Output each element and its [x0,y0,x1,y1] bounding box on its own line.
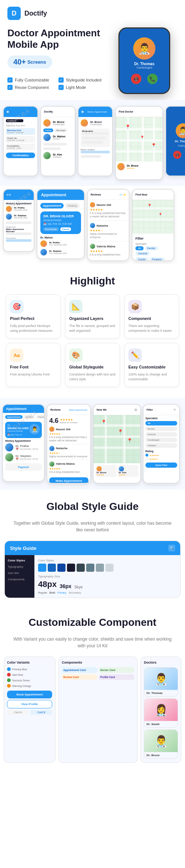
swatch-gray-light [96,564,104,572]
component-icon: 📦 [128,300,142,313]
font-sample-1: Regular [38,591,47,594]
check-icon: ✓ [58,85,64,90]
sg-icon-1[interactable]: 🔍 [168,545,175,551]
screens-badge: 40+ Screens [7,56,52,69]
sg-nav-components[interactable]: Components [8,578,31,581]
filter-chip-general[interactable]: General [135,251,150,256]
highlight-styleguide: 🎨 Global Styleguide Consistent design wi… [65,343,120,387]
highlight-desc-font: Free amazing Ubuntu Font [10,372,50,377]
doctors-panel-title: Doctors [144,661,178,664]
pixel-perfect-icon: 🎯 [10,300,23,313]
style-guide-title: Global Style Guide [0,490,185,520]
doctor-card-3: 👨‍⚕️ Dr. Bruce [144,730,178,759]
check-icon: ✓ [58,77,64,83]
check-icon: ✓ [7,85,13,90]
style-guide-section: Global Style Guide Together with Global … [0,490,185,605]
highlight-title-customizable: Easy Customizable [128,365,165,369]
swatch-navy [57,564,65,572]
typo-large: 48px [38,580,57,589]
highlight-free-font: Aa Free Font Free amazing Ubuntu Font [6,343,61,387]
filter-chip-all[interactable]: All [135,246,144,250]
free-font-icon: Aa [10,348,23,362]
customizable-icon: ✏️ [128,348,142,362]
comp-card-review: Review Card [62,674,97,680]
highlight-desc-customizable: 100% easy to change and customizable [128,372,175,381]
doctor-avatar-hero: 👨‍⚕️ [133,37,155,60]
font-sample-4: Secondary [68,591,81,594]
variant-orange[interactable] [7,684,11,688]
tab-history[interactable]: History [65,203,80,208]
hero-title: Doctor Appointment Mobile App [7,27,107,50]
highlight-component: 📦 Component There are supporting compone… [124,294,179,338]
components-grid-panel: Components Appointment Card Doctor Card … [58,657,138,763]
swatch-gray-dark [77,564,85,572]
typo-small: Skye [74,585,83,589]
filter-chip-cardio[interactable]: Cardio [135,257,148,261]
style-guide-sub: Together with Global Style Guide, workin… [0,520,185,541]
swatch-dark-blue [48,564,56,572]
highlight-desc-pixel: Fully pixel-perfect Mockups using profes… [10,324,57,333]
feature-lightmode: ✓ Light Mode [58,85,107,90]
swatch-blue [38,564,46,572]
sg-colors-label: Color Styles [38,559,176,562]
appointment-title: Appointment [41,193,66,197]
highlight-organized: 📐 Organized Layers The file is named, gr… [65,294,120,338]
phone-map-filter: Find Near 📍 📍 Filter Specialist All Dent… [132,189,174,261]
variant-red[interactable] [7,673,11,677]
highlight-title: Highlight [0,264,185,294]
filter-chip-dentist[interactable]: Dentist [145,246,158,250]
feature-reuse: ✓ Reuse Component [7,85,56,90]
phone-screen-history: History Appointment Dr. Bruce Cardiologi… [78,106,113,176]
highlight-pixel-perfect: 🎯 Pixel Perfect Fully pixel-perfect Mock… [6,294,61,338]
filter-chip-pediatric[interactable]: Pediatric [149,257,165,261]
phone-reviews: Reviews 4.7 ⭐ Naomi Gill ★★★★★ it is a l… [87,189,130,261]
customizable-title: Customizable Component [0,605,185,636]
highlight-title-styleguide: Global Styleguide [69,365,104,369]
accept-call-button[interactable]: 📞 [147,74,158,84]
card-variant-2: Card B [30,710,52,715]
font-sample-2: Bold [50,591,56,594]
end-call-button[interactable]: 📵 [131,74,141,84]
btn-outline-preview[interactable]: View Profile [7,700,52,708]
make-appointment-button[interactable]: Make Appointment [49,477,88,484]
btn-primary-preview[interactable]: Book Appointment [7,691,52,698]
highlight-desc-styleguide: Consistent design with text and colors s… [69,372,116,381]
feature-styleguide: ✓ Styleguide Included [58,77,107,83]
highlight-title-font: Free Font [10,365,28,369]
highlight-customizable: ✏️ Easy Customizable 100% easy to change… [124,343,179,387]
comp-card-doctor: Doctor Card [99,667,134,673]
check-icon: ✓ [7,77,13,83]
screenshots-row-1: GFXTRA Schedule Thursday Aug 2021 Mornin… [0,100,185,186]
phone-small-left: 9:41 History Appointment Dr. PrathaDecem… [3,189,34,252]
tab-appointment[interactable]: Appointment [40,203,64,208]
phone-screen-map: Find Doctor 📍 📍 📍 Dr. Bruce ★★★★★ [115,106,163,180]
map-pin-2: 📍 [140,136,144,140]
sg-nav-icons[interactable]: Icon Set [8,571,31,575]
variant-blue[interactable] [7,667,11,671]
brand-name: Doctify [24,10,47,17]
sg-header-title: Style Guide [10,545,37,551]
phone-mockup-hero: 👨‍⚕️ Dr. Thomas Cardiologist 📵 📞 [118,27,170,94]
phone-filter-sidebar: Filter ✕ Specialist All Dentist General … [143,404,180,484]
doctor-card-2: 👩‍⚕️ Dr. Sarah [144,698,178,728]
phone-appt-left: Appointment Appointment History Payment … [2,404,45,482]
phone-map-main: Near Me ⚙ 📍 📍 📍 Dr. Bruce ★★★★★ [93,404,141,484]
filter-title: Filter [135,237,171,240]
screenshots-row-2: GFXTRA 9:41 History Appointment Dr. Prat… [0,186,185,264]
card-variant-1: Card A [7,710,29,715]
feature-customizable: ✓ Fully Customizable [7,77,56,83]
variant-green[interactable] [7,678,11,682]
phone-screen-doctor-list: Doctify Dr. Bruce Cardiologist Follow Me… [40,106,75,176]
highlight-section: Highlight 🎯 Pixel Perfect Fully pixel-pe… [0,264,185,398]
sg-nav-colors[interactable]: Color Styles [8,559,31,562]
doctor-card-1: 👨‍⚕️ Dr. Thomas [144,667,178,697]
header: D Doctify [0,0,185,24]
styleguide-icon: 🎨 [69,348,83,362]
phone-appointment-main: Appointment Appointment History DR. BRIA… [37,189,85,259]
highlight-title-component: Component [128,316,151,321]
sg-nav-typography[interactable]: Typography [8,565,31,568]
typo-medium: 36px [60,583,71,589]
phone-screen-schedule: Schedule Thursday Aug 2021 Morning Visit… [3,106,38,176]
highlight-title-pixel: Pixel Perfect [10,316,34,321]
sg-typography-label: Typography Size [38,575,176,578]
